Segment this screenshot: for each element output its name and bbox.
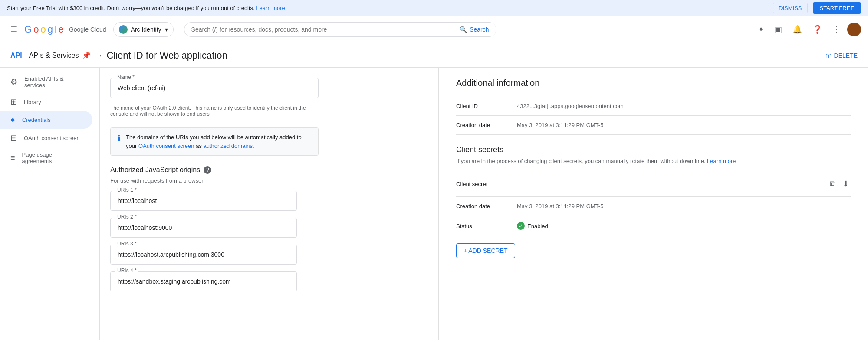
uri1-group: URIs 1 * bbox=[110, 191, 297, 211]
authorized-domains-link[interactable]: authorized domains bbox=[204, 143, 253, 149]
secret-creation-value: May 3, 2019 at 3:11:29 PM GMT-5 bbox=[517, 203, 851, 209]
back-button[interactable]: ← bbox=[98, 50, 106, 60]
banner-learn-more[interactable]: Learn more bbox=[256, 5, 285, 11]
secret-creation-row: Creation date May 3, 2019 at 3:11:29 PM … bbox=[456, 197, 851, 216]
hamburger-menu[interactable]: ☰ bbox=[7, 21, 21, 38]
info-box: ℹ The domains of the URIs you add below … bbox=[110, 128, 319, 156]
dismiss-button[interactable]: DISMISS bbox=[773, 3, 807, 13]
content-right: Additional information Client ID 4322...… bbox=[438, 68, 868, 340]
delete-icon: 🗑 bbox=[825, 52, 832, 59]
search-bar: 🔍 Search bbox=[184, 22, 496, 37]
sidebar-item-credentials[interactable]: ● Credentials bbox=[0, 111, 92, 129]
name-section: Name * The name of your OAuth 2.0 client… bbox=[110, 78, 428, 117]
banner-text: Start your Free Trial with $300 in credi… bbox=[7, 5, 255, 11]
info-icon: ℹ bbox=[118, 134, 121, 150]
notifications-icon[interactable]: 🔔 bbox=[789, 21, 806, 38]
uri3-label: URIs 3 * bbox=[115, 241, 138, 247]
client-secret-row: Client secret ⧉ ⬇ bbox=[456, 171, 851, 197]
creation-date-row: Creation date May 3, 2019 at 3:11:29 PM … bbox=[456, 116, 851, 135]
uri4-group: URIs 4 * bbox=[110, 271, 297, 291]
creation-date-label: Creation date bbox=[456, 122, 517, 128]
key-icon: ● bbox=[10, 115, 15, 124]
start-free-button[interactable]: START FREE bbox=[813, 2, 861, 14]
page-header: API APIs & Services 📌 ← Client ID for We… bbox=[0, 43, 868, 68]
name-hint: The name of your OAuth 2.0 client. This … bbox=[110, 105, 319, 117]
status-row: Status ✓ Enabled bbox=[456, 216, 851, 236]
sidebar-item-enabled-apis[interactable]: ⚙ Enabled APIs & services bbox=[0, 71, 92, 93]
search-input[interactable] bbox=[191, 26, 457, 33]
delete-button[interactable]: 🗑 DELETE bbox=[825, 52, 858, 59]
info-box-text: The domains of the URIs you add below wi… bbox=[126, 133, 311, 150]
sidebar-item-library[interactable]: ⊞ Library bbox=[0, 93, 92, 111]
sidebar-item-page-usage[interactable]: ≡ Page usage agreements bbox=[0, 147, 92, 169]
js-origins-heading: Authorized JavaScript origins ? bbox=[110, 166, 428, 174]
more-options-icon[interactable]: ⋮ bbox=[829, 21, 844, 38]
secret-actions: ⧉ ⬇ bbox=[828, 177, 851, 190]
pin-icon: 📌 bbox=[82, 51, 91, 59]
name-input-group: Name * bbox=[110, 78, 428, 98]
api-badge: API bbox=[10, 52, 22, 59]
client-id-value: 4322...3gtarji.apps.googleusercontent.co… bbox=[517, 103, 851, 109]
add-secret-button[interactable]: + ADD SECRET bbox=[456, 243, 515, 258]
uri2-label: URIs 2 * bbox=[115, 214, 138, 220]
creation-date-value: May 3, 2019 at 3:11:29 PM GMT-5 bbox=[517, 122, 851, 128]
project-selector[interactable]: Arc Identity ▾ bbox=[113, 22, 174, 37]
sidebar: ⚙ Enabled APIs & services ⊞ Library ● Cr… bbox=[0, 68, 100, 340]
page-title: Client ID for Web application bbox=[106, 50, 825, 61]
top-banner: Start your Free Trial with $300 in credi… bbox=[0, 0, 868, 16]
search-icon: 🔍 bbox=[460, 26, 467, 33]
sidebar-item-oauth[interactable]: ⊟ OAuth consent screen bbox=[0, 129, 92, 147]
search-button[interactable]: 🔍 Search bbox=[460, 26, 489, 33]
gear-icon: ⚙ bbox=[10, 77, 17, 87]
list-icon: ≡ bbox=[10, 154, 15, 163]
uri3-input[interactable] bbox=[110, 245, 297, 265]
person-icon: ⊟ bbox=[10, 133, 17, 143]
chevron-down-icon: ▾ bbox=[165, 26, 168, 33]
grid-icon: ⊞ bbox=[10, 97, 17, 107]
uri1-label: URIs 1 * bbox=[115, 187, 138, 193]
client-id-row: Client ID 4322...3gtarji.apps.googleuser… bbox=[456, 97, 851, 116]
secret-creation-label: Creation date bbox=[456, 203, 517, 209]
content-left: Name * The name of your OAuth 2.0 client… bbox=[100, 68, 438, 340]
uri-fields: URIs 1 * URIs 2 * URIs 3 * URIs 4 * bbox=[110, 191, 297, 291]
uri4-label: URIs 4 * bbox=[115, 268, 138, 274]
js-origins-section: Authorized JavaScript origins ? For use … bbox=[110, 166, 428, 291]
uri4-input[interactable] bbox=[110, 271, 297, 291]
secrets-title: Client secrets bbox=[456, 145, 851, 154]
content-area: Name * The name of your OAuth 2.0 client… bbox=[100, 68, 868, 340]
avatar[interactable] bbox=[847, 23, 861, 36]
client-id-label: Client ID bbox=[456, 103, 517, 109]
secrets-learn-more[interactable]: Learn more bbox=[707, 158, 736, 164]
uri1-input[interactable] bbox=[110, 191, 297, 211]
section-label: APIs & Services bbox=[29, 52, 79, 59]
project-icon bbox=[119, 25, 128, 34]
oauth-consent-link[interactable]: OAuth consent screen bbox=[138, 143, 194, 149]
header-actions: ✦ ▣ 🔔 ❓ ⋮ bbox=[754, 21, 861, 38]
main-layout: ⚙ Enabled APIs & services ⊞ Library ● Cr… bbox=[0, 68, 868, 340]
status-value: ✓ Enabled bbox=[517, 222, 851, 230]
header: ☰ Google Google Cloud Arc Identity ▾ 🔍 S… bbox=[0, 16, 868, 43]
uri2-group: URIs 2 * bbox=[110, 218, 297, 238]
status-dot: ✓ bbox=[517, 222, 525, 230]
name-field[interactable] bbox=[110, 78, 319, 98]
additional-info-title: Additional information bbox=[456, 78, 851, 88]
name-label: Name * bbox=[115, 74, 136, 80]
status-enabled: ✓ Enabled bbox=[517, 222, 548, 230]
copy-secret-button[interactable]: ⧉ bbox=[828, 177, 837, 190]
download-secret-button[interactable]: ⬇ bbox=[841, 177, 851, 190]
terminal-icon[interactable]: ▣ bbox=[771, 21, 786, 38]
bookmark-icon[interactable]: ✦ bbox=[754, 21, 768, 38]
help-circle-icon[interactable]: ? bbox=[204, 166, 211, 174]
status-label: Status bbox=[456, 223, 517, 229]
project-name: Arc Identity bbox=[131, 26, 161, 33]
secrets-desc: If you are in the process of changing cl… bbox=[456, 158, 851, 164]
uri3-group: URIs 3 * bbox=[110, 245, 297, 265]
uri2-input[interactable] bbox=[110, 218, 297, 238]
help-icon[interactable]: ❓ bbox=[809, 21, 825, 38]
client-secret-label: Client secret bbox=[456, 181, 517, 187]
js-origins-subtext: For use with requests from a browser bbox=[110, 177, 428, 184]
google-logo: Google Google Cloud bbox=[24, 24, 106, 35]
